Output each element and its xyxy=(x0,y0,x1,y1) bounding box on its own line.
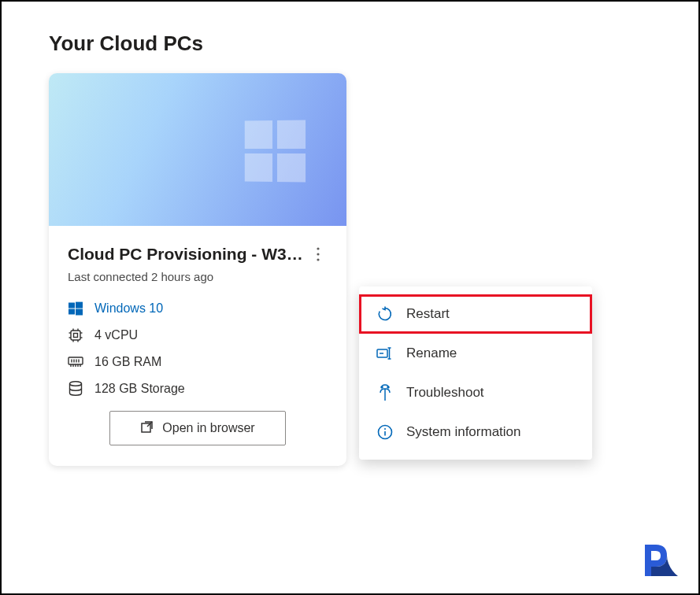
card-hero xyxy=(49,73,346,226)
menu-label: Troubleshoot xyxy=(406,385,484,401)
actions-menu: Restart Rename Troubleshoot System infor… xyxy=(359,286,592,460)
open-button-label: Open in browser xyxy=(162,421,254,435)
info-icon xyxy=(376,423,394,441)
windows-logo-icon xyxy=(245,120,306,183)
windows-icon xyxy=(68,301,83,316)
svg-point-27 xyxy=(70,382,82,386)
vertical-dots-icon xyxy=(317,247,320,261)
menu-label: Restart xyxy=(406,306,450,322)
cpu-icon xyxy=(68,327,83,343)
svg-rect-6 xyxy=(76,309,83,316)
brand-logo-icon xyxy=(640,540,683,582)
storage-icon xyxy=(68,381,83,397)
os-label: Windows 10 xyxy=(94,301,163,316)
card-title: Cloud PC Provisioning - W3… xyxy=(68,245,303,264)
svg-rect-3 xyxy=(69,303,75,309)
menu-item-restart[interactable]: Restart xyxy=(359,294,592,334)
svg-rect-7 xyxy=(71,331,80,340)
svg-point-0 xyxy=(317,247,319,249)
svg-point-40 xyxy=(384,428,386,430)
ram-row: 16 GB RAM xyxy=(68,354,328,370)
storage-label: 128 GB Storage xyxy=(94,382,185,396)
svg-point-2 xyxy=(317,258,319,261)
svg-rect-8 xyxy=(74,334,78,338)
menu-item-sysinfo[interactable]: System information xyxy=(359,412,592,452)
storage-row: 128 GB Storage xyxy=(68,381,328,397)
svg-rect-17 xyxy=(69,357,83,364)
menu-label: Rename xyxy=(406,346,457,361)
last-connected-text: Last connected 2 hours ago xyxy=(68,270,328,283)
rename-icon xyxy=(376,345,394,362)
svg-point-1 xyxy=(317,253,319,255)
cpu-row: 4 vCPU xyxy=(68,327,328,343)
card-body: Cloud PC Provisioning - W3… Last connect… xyxy=(49,226,346,466)
troubleshoot-icon xyxy=(376,384,394,401)
cloud-pc-card: Cloud PC Provisioning - W3… Last connect… xyxy=(49,73,346,466)
restart-icon xyxy=(376,305,394,323)
menu-item-rename[interactable]: Rename xyxy=(359,334,592,373)
menu-label: System information xyxy=(406,424,521,440)
open-external-icon xyxy=(140,419,154,437)
ram-label: 16 GB RAM xyxy=(94,355,161,369)
os-row[interactable]: Windows 10 xyxy=(68,301,328,316)
open-in-browser-button[interactable]: Open in browser xyxy=(109,411,286,445)
menu-item-troubleshoot[interactable]: Troubleshoot xyxy=(359,373,592,412)
svg-rect-4 xyxy=(76,302,83,309)
svg-rect-5 xyxy=(69,309,75,315)
svg-point-36 xyxy=(381,386,383,388)
more-actions-button[interactable] xyxy=(309,245,328,264)
svg-line-29 xyxy=(147,422,152,427)
cpu-label: 4 vCPU xyxy=(94,328,138,342)
ram-icon xyxy=(68,354,83,370)
svg-point-37 xyxy=(387,386,389,388)
page-title: Your Cloud PCs xyxy=(49,31,651,56)
